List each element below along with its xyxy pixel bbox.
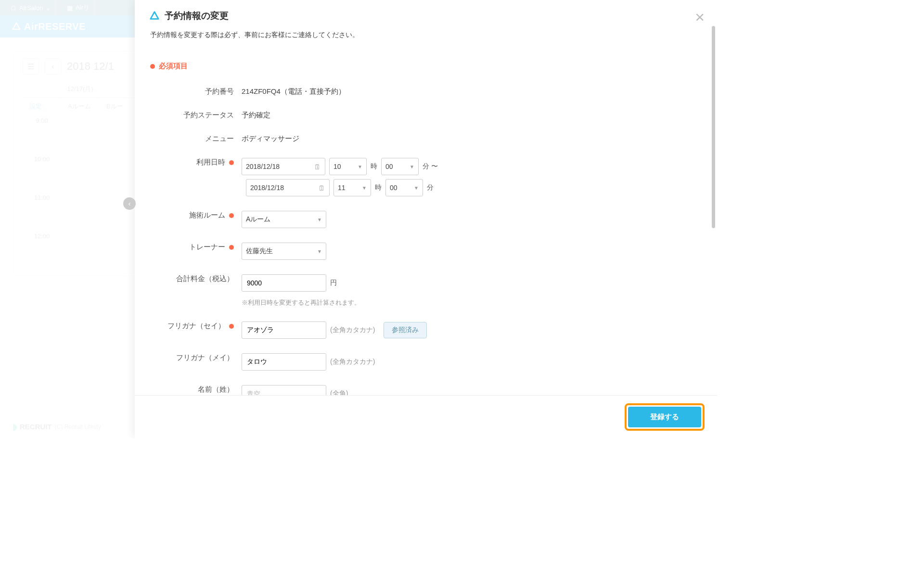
label-furi-mei: フリガナ（メイ） xyxy=(150,350,242,362)
required-legend: 必須項目 xyxy=(150,62,702,71)
row-number: 予約番号 214ZF0FQ4（電話・直接予約） xyxy=(150,78,702,102)
modal-footer: 登録する xyxy=(135,395,717,438)
row-name-sei: 名前（姓） (全角) xyxy=(150,376,702,395)
row-menu: メニュー ボディマッサージ xyxy=(150,126,702,149)
unit-hour: 時 xyxy=(375,183,382,192)
label-number: 予約番号 xyxy=(150,84,242,96)
row-room: 施術ルーム Aルーム▼ xyxy=(150,202,702,234)
value-number: 214ZF0FQ4（電話・直接予約） xyxy=(242,84,346,96)
start-min-select[interactable]: 00▼ xyxy=(381,158,419,175)
row-trainer: トレーナー 佐藤先生▼ xyxy=(150,234,702,266)
hint-katakana: (全角カタカナ) xyxy=(330,358,375,366)
hint-full: (全角) xyxy=(330,389,348,395)
required-dot-icon xyxy=(229,213,234,218)
start-date-input[interactable]: 2018/12/18 🗓 xyxy=(242,158,325,175)
price-input[interactable] xyxy=(242,274,326,292)
unit-range: 分 〜 xyxy=(423,162,438,171)
submit-highlight: 登録する xyxy=(625,403,705,431)
required-dot-icon xyxy=(229,245,234,250)
end-date-input[interactable]: 2018/12/18 🗓 xyxy=(246,179,330,196)
modal-title: 予約情報の変更 xyxy=(165,10,229,22)
row-furi-sei: フリガナ（セイ） (全角カタカナ) 参照済み xyxy=(150,313,702,345)
unit-hour: 時 xyxy=(371,162,377,171)
label-price: 合計料金（税込） xyxy=(150,271,242,283)
required-dot-icon xyxy=(150,64,155,69)
chevron-down-icon: ▼ xyxy=(414,185,419,191)
required-dot-icon xyxy=(229,160,234,165)
end-hour-select[interactable]: 11▼ xyxy=(334,179,371,196)
calendar-icon: 🗓 xyxy=(318,184,325,192)
chevron-down-icon: ▼ xyxy=(317,249,322,254)
hint-katakana: (全角カタカナ) xyxy=(330,326,375,334)
label-furi-sei: フリガナ（セイ） xyxy=(150,319,242,331)
value-menu: ボディマッサージ xyxy=(242,131,299,143)
calendar-icon: 🗓 xyxy=(314,163,321,171)
label-room: 施術ルーム xyxy=(150,208,242,220)
row-furi-mei: フリガナ（メイ） (全角カタカナ) xyxy=(150,345,702,376)
unit-yen: 円 xyxy=(330,279,337,287)
required-dot-icon xyxy=(229,324,234,329)
unit-min: 分 xyxy=(427,183,434,192)
trainer-select[interactable]: 佐藤先生▼ xyxy=(242,243,326,260)
modal-header: 予約情報の変更 xyxy=(135,0,717,27)
furi-mei-input[interactable] xyxy=(242,353,326,371)
modal-subtitle: 予約情報を変更する際は必ず、事前にお客様にご連絡してください。 xyxy=(135,27,717,39)
submit-button[interactable]: 登録する xyxy=(628,407,701,427)
name-sei-input[interactable] xyxy=(242,385,326,395)
label-datetime: 利用日時 xyxy=(150,155,242,167)
modal-body: 必須項目 予約番号 214ZF0FQ4（電話・直接予約） 予約ステータス 予約確… xyxy=(135,39,717,395)
reference-button[interactable]: 参照済み xyxy=(384,322,427,338)
row-status: 予約ステータス 予約確定 xyxy=(150,102,702,126)
chevron-down-icon: ▼ xyxy=(317,217,322,222)
collapse-modal-button[interactable]: ‹ xyxy=(123,197,136,210)
furi-sei-input[interactable] xyxy=(242,321,326,339)
chevron-down-icon: ▼ xyxy=(410,164,414,169)
row-datetime: 利用日時 2018/12/18 🗓 10▼ 時 00▼ 分 〜 2018/12/… xyxy=(150,149,702,202)
chevron-down-icon: ▼ xyxy=(358,164,362,169)
chevron-down-icon: ▼ xyxy=(362,185,367,191)
price-hint: ※利用日時を変更すると再計算されます。 xyxy=(242,298,360,307)
required-legend-text: 必須項目 xyxy=(159,62,188,71)
scrollbar-thumb[interactable] xyxy=(712,26,715,228)
value-status: 予約確定 xyxy=(242,108,270,120)
start-hour-select[interactable]: 10▼ xyxy=(329,158,367,175)
label-status: 予約ステータス xyxy=(150,108,242,120)
room-select[interactable]: Aルーム▼ xyxy=(242,211,326,228)
row-price: 合計料金（税込） 円 ※利用日時を変更すると再計算されます。 xyxy=(150,266,702,313)
triangle-icon xyxy=(149,11,160,21)
edit-reservation-modal: × 予約情報の変更 予約情報を変更する際は必ず、事前にお客様にご連絡してください… xyxy=(135,0,717,438)
end-min-select[interactable]: 00▼ xyxy=(385,179,423,196)
label-menu: メニュー xyxy=(150,131,242,143)
label-name-sei: 名前（姓） xyxy=(150,382,242,394)
close-icon[interactable]: × xyxy=(695,9,705,25)
label-trainer: トレーナー xyxy=(150,240,242,252)
